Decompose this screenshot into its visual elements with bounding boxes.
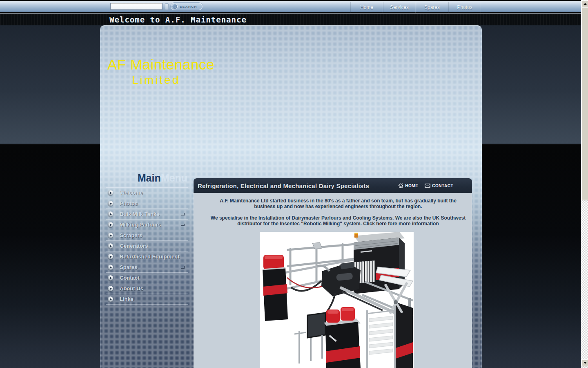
contact-link[interactable]: CONTACT — [425, 184, 453, 188]
mail-icon — [425, 184, 430, 188]
search-button-label: SEARCH — [180, 5, 197, 9]
content-column: AF Maintenance Limited MainMenu Welcome … — [100, 25, 482, 368]
arrow-sphere-icon — [108, 296, 113, 302]
top-toolbar: → SEARCH Home Services Spares Photos — [0, 0, 588, 12]
contact-link-label: CONTACT — [432, 184, 453, 188]
nav-item-spares[interactable]: Spares — [416, 2, 448, 13]
search-input[interactable] — [110, 3, 163, 10]
sidebar-item-label: Refurbished Equipment — [120, 254, 180, 260]
panel-header: Refrigeration, Electrical and Mechanical… — [194, 178, 472, 193]
vertical-scrollbar[interactable] — [581, 0, 588, 368]
intro-paragraph: A.F. Maintenance Ltd started business in… — [194, 198, 472, 209]
sidebar-item-scrapers[interactable]: Scrapers — [106, 230, 188, 241]
specialise-paragraph: We specialise in the Installation of Dai… — [194, 215, 472, 227]
submenu-corner-icon — [181, 266, 185, 269]
sidebar-item-label: About Us — [120, 285, 143, 292]
sidebar-item-bulk-milk-tanks[interactable]: Bulk Milk Tanks — [106, 209, 188, 220]
titlebar: Welcome to A.F. Maintenance — [0, 13, 588, 25]
sidebar-item-label: Generators — [120, 243, 148, 249]
arrow-sphere-icon — [108, 254, 113, 259]
arrow-sphere-icon — [108, 243, 113, 249]
arrow-sphere-icon — [108, 222, 113, 227]
content-panel: Refrigeration, Electrical and Mechanical… — [194, 178, 472, 368]
scroll-up-arrow-icon — [584, 3, 587, 5]
sidebar-item-refurbished-equipment[interactable]: Refurbished Equipment — [106, 251, 188, 262]
sidebar-item-welcome[interactable]: Welcome — [106, 188, 188, 198]
home-link[interactable]: HOME — [398, 183, 418, 188]
sidebar-item-label: Links — [120, 296, 134, 302]
sidebar-item-photos[interactable]: Photos — [106, 198, 188, 209]
scroll-down-arrow-icon — [584, 362, 587, 364]
submenu-corner-icon — [181, 213, 185, 215]
sidebar-item-milking-parlours[interactable]: Milking Parlours — [106, 220, 188, 230]
submenu-corner-icon — [181, 224, 185, 226]
sidebar-item-label: Welcome — [120, 190, 143, 196]
menu-title: MainMenu — [106, 170, 188, 187]
sidebar-item-generators[interactable]: Generators — [106, 241, 188, 251]
sidebar-item-label: Spares — [120, 264, 137, 270]
sidebar-item-label: Contact — [120, 275, 139, 281]
sidebar-item-spares[interactable]: Spares — [106, 262, 188, 273]
sidebar-item-about-us[interactable]: About Us — [106, 283, 188, 294]
menu-title-menu: Menu — [161, 172, 187, 184]
arrow-sphere-icon — [108, 201, 113, 206]
arrow-sphere-icon — [108, 265, 113, 270]
panel-body: A.F. Maintenance Ltd started business in… — [194, 193, 472, 368]
arrow-sphere-icon — [108, 275, 113, 280]
here-link[interactable]: here — [376, 221, 386, 227]
sidebar-item-contact[interactable]: Contact — [106, 273, 188, 283]
home-link-label: HOME — [405, 184, 418, 188]
top-nav: Home Services Spares Photos — [350, 2, 481, 13]
home-icon — [398, 183, 403, 188]
nav-item-home[interactable]: Home — [350, 2, 383, 13]
logo-line2: Limited — [132, 74, 214, 87]
logo-line1: AF Maintenance — [107, 56, 214, 73]
site-logo: AF Maintenance Limited — [107, 56, 214, 87]
search-button[interactable]: → SEARCH — [171, 3, 203, 10]
sidebar-menu: MainMenu Welcome Photos Bulk Milk Tanks — [106, 170, 188, 305]
sidebar-item-label: Milking Parlours — [120, 222, 161, 228]
arrow-sphere-icon — [108, 286, 113, 291]
arrow-sphere-icon — [108, 190, 113, 195]
search-arrow-icon: → — [172, 4, 178, 9]
sidebar-item-label: Scrapers — [120, 232, 143, 238]
menu-items: Welcome Photos Bulk Milk Tanks Milking P… — [106, 187, 188, 305]
menu-title-main: Main — [138, 172, 161, 184]
page-title: Welcome to A.F. Maintenance — [109, 15, 247, 24]
arrow-sphere-icon — [108, 233, 113, 238]
search-divider — [165, 3, 169, 10]
scroll-down-button[interactable] — [581, 359, 588, 366]
scroll-thumb[interactable] — [581, 7, 588, 200]
sidebar-item-label: Bulk Milk Tanks — [120, 211, 159, 217]
nav-item-services[interactable]: Services — [383, 2, 416, 13]
panel-title: Refrigeration, Electrical and Mechanical… — [198, 182, 392, 189]
sidebar-item-label: Photos — [120, 200, 138, 206]
scroll-up-button[interactable] — [581, 0, 588, 7]
specialise-text-after: fore more information — [387, 221, 439, 227]
page: → SEARCH Home Services Spares Photos Wel… — [0, 0, 588, 368]
machine-image — [260, 232, 414, 368]
nav-item-photos[interactable]: Photos — [448, 2, 481, 13]
robotic-milking-machine-illustration — [260, 232, 414, 368]
arrow-sphere-icon — [108, 211, 113, 217]
sidebar-item-links[interactable]: Links — [106, 294, 188, 305]
